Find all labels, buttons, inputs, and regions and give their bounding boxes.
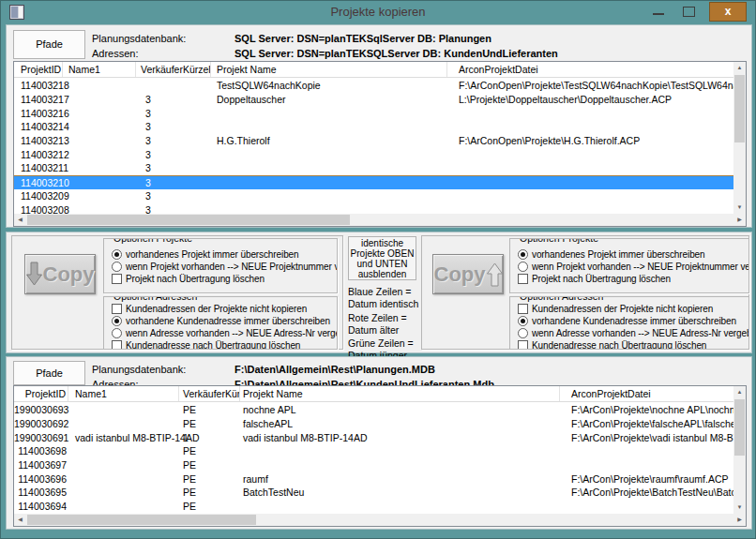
option-label: vorhandenes Projekt immer überschreiben xyxy=(126,249,299,260)
radio-checked-icon[interactable] xyxy=(112,316,122,326)
table-row[interactable]: 114003218TestSQLW64nachKopieF:\ArConOpen… xyxy=(14,79,733,93)
maximize-button[interactable] xyxy=(676,1,701,22)
option-label: Kundenadresse nach Übertragung löschen xyxy=(126,340,300,350)
radio-option[interactable]: vorhandenes Projekt immer überschreiben xyxy=(518,248,748,261)
scroll-left-icon[interactable]: ◀ xyxy=(14,514,26,526)
cell-projekt-name: falscheAPL xyxy=(240,418,560,429)
column-header-arcon-projekt-datei[interactable]: ArconProjektDatei xyxy=(447,62,733,77)
scroll-up-icon[interactable]: ▲ xyxy=(733,386,746,398)
column-header-verkaeufer-kuerzel[interactable]: VerkäuferKürzel xyxy=(136,62,211,77)
options-list: vorhandenes Projekt immer überschreibenw… xyxy=(104,239,337,285)
checkbox-option[interactable]: Kundenadresse nach Übertragung löschen xyxy=(112,339,337,350)
table-row[interactable]: 114003695PEBatchTestNeuF:\ArCon\Projekte… xyxy=(14,486,733,500)
scroll-right-icon[interactable]: ▶ xyxy=(733,514,746,526)
scrollbar-thumb[interactable] xyxy=(27,515,256,525)
cell-projekt-id: 114003694 xyxy=(14,501,68,512)
table-row[interactable]: 114003696PEraumfF:\ArCon\Projekte\raumf\… xyxy=(14,472,733,486)
radio-checked-icon[interactable] xyxy=(518,249,528,260)
column-header-projekt-name[interactable]: Projekt Name xyxy=(240,386,560,401)
radio-option[interactable]: vorhandene Kundenadresse immer überschre… xyxy=(518,315,748,327)
cell-verkaeufer-kuerzel: 3 xyxy=(136,135,211,146)
change-paths-bottom-button[interactable]: Pfade ändern... xyxy=(13,361,85,385)
vertical-scrollbar[interactable]: ▲ ▼ xyxy=(733,62,746,214)
option-label: vorhandene Kundenadresse immer überschre… xyxy=(532,316,736,326)
checkbox-option[interactable]: Kundenadressen der Projekte nicht kopier… xyxy=(518,303,748,315)
scroll-left-icon[interactable]: ◀ xyxy=(14,214,26,226)
table-row[interactable]: 1990030693PEnochne APLF:\ArCon\Projekte\… xyxy=(14,403,733,417)
window-title: Projekte kopieren xyxy=(1,1,755,23)
hide-identical-button[interactable]: identische Projekte OBEN und UNTEN ausbl… xyxy=(348,236,416,280)
column-header-projekt-name[interactable]: Projekt Name xyxy=(211,62,447,77)
cell-projekt-id: 1990030693 xyxy=(14,404,68,415)
checkbox-unchecked-icon[interactable] xyxy=(518,304,528,314)
projects-table-top: ProjektIDName1VerkäuferKürzelProjekt Nam… xyxy=(13,61,747,227)
close-button[interactable]: x xyxy=(709,2,747,22)
radio-option[interactable]: wenn Projekt vorhanden --> NEUE Projektn… xyxy=(518,261,748,273)
column-header-verkaeufer-kuerzel[interactable]: VerkäuferKürzel xyxy=(179,386,240,401)
change-paths-top-button[interactable]: Pfade ändern... xyxy=(13,30,85,59)
radio-unchecked-icon[interactable] xyxy=(112,262,122,272)
checkbox-option[interactable]: Kundenadresse nach Übertragung löschen xyxy=(518,339,748,350)
table-row[interactable]: 1140032093 xyxy=(14,189,733,203)
radio-unchecked-icon[interactable] xyxy=(518,262,528,272)
table-row[interactable]: 114003697PE xyxy=(14,458,733,472)
radio-option[interactable]: vorhandenes Projekt immer überschreiben xyxy=(112,248,337,261)
column-header-name1[interactable]: Name1 xyxy=(68,386,179,401)
radio-unchecked-icon[interactable] xyxy=(112,328,122,338)
horizontal-scrollbar[interactable]: ◀ ▶ xyxy=(14,514,746,526)
horizontal-scrollbar[interactable]: ◀ ▶ xyxy=(14,214,746,226)
table-row[interactable]: 1140032113 xyxy=(14,161,733,175)
scroll-up-icon[interactable]: ▲ xyxy=(733,62,746,74)
scroll-right-icon[interactable]: ▶ xyxy=(733,214,746,226)
radio-unchecked-icon[interactable] xyxy=(518,328,528,338)
copy-up-button[interactable]: Copy xyxy=(432,254,504,294)
radio-option[interactable]: wenn Adresse vorhanden --> NEUE Adress-N… xyxy=(518,327,748,339)
cell-verkaeufer-kuerzel: 3 xyxy=(136,149,211,160)
column-header-projekt-id[interactable]: ProjektID xyxy=(14,62,63,77)
table-row[interactable]: 1140032123 xyxy=(14,147,733,161)
minimize-button[interactable] xyxy=(646,1,671,22)
table-header: ProjektIDName1VerkäuferKürzelProjekt Nam… xyxy=(14,62,733,78)
checkbox-unchecked-icon[interactable] xyxy=(112,274,122,284)
checkbox-option[interactable]: Projekt nach Übertragung löschen xyxy=(518,273,748,285)
column-header-arcon-projekt-datei[interactable]: ArconProjektDatei xyxy=(560,386,733,401)
radio-option[interactable]: wenn Projekt vorhanden --> NEUE Projektn… xyxy=(112,261,337,273)
radio-option[interactable]: wenn Adresse vorhanden --> NEUE Adress-N… xyxy=(112,327,337,339)
table-row[interactable]: 1140032173DoppeltauscherL:\Projekte\Dopp… xyxy=(14,93,733,107)
options-projekte-left-group: Optionen Projekte vorhandenes Projekt im… xyxy=(103,238,338,293)
cell-projekt-id: 114003212 xyxy=(14,149,63,160)
table-row[interactable]: 1140032143 xyxy=(14,120,733,134)
option-label: wenn Adresse vorhanden --> NEUE Adress-N… xyxy=(532,328,749,338)
table-row[interactable]: 114003698PE xyxy=(14,444,733,458)
checkbox-unchecked-icon[interactable] xyxy=(112,340,122,350)
scrollbar-thumb[interactable] xyxy=(27,215,350,225)
scroll-down-icon[interactable]: ▼ xyxy=(733,202,746,214)
checkbox-unchecked-icon[interactable] xyxy=(518,340,528,350)
table-row[interactable]: 114003694PE xyxy=(14,500,733,514)
checkbox-option[interactable]: Kundenadressen der Projekte nicht kopier… xyxy=(112,303,337,315)
table-header: ProjektIDName1VerkäuferKürzelProjekt Nam… xyxy=(14,386,733,402)
column-header-name1[interactable]: Name1 xyxy=(63,62,136,77)
scrollbar-thumb[interactable] xyxy=(734,75,745,142)
scroll-down-icon[interactable]: ▼ xyxy=(733,502,746,514)
table-row[interactable]: 1140032163 xyxy=(14,106,733,120)
copy-down-button[interactable]: Copy xyxy=(24,254,96,294)
cell-verkaeufer-kuerzel: 3 xyxy=(136,108,211,119)
table-row[interactable]: 1990030691vadi istanbul M8-BTIP-14AD1vad… xyxy=(14,430,733,444)
vertical-scrollbar[interactable]: ▲ ▼ xyxy=(733,386,746,514)
radio-option[interactable]: vorhandene Kundenadresse immer überschre… xyxy=(112,315,337,327)
cell-arcon-projekt-datei: F:\ArCon\Projekte\BatchTestNeu\BatchTest xyxy=(560,487,733,498)
planungsdatenbank-value-bottom: F:\Daten\Allgemein\Rest\Planungen.MDB xyxy=(234,364,435,375)
column-header-projekt-id[interactable]: ProjektID xyxy=(14,386,68,401)
option-label: Kundenadressen der Projekte nicht kopier… xyxy=(126,304,307,314)
checkbox-option[interactable]: Projekt nach Übertragung löschen xyxy=(112,273,337,285)
radio-checked-icon[interactable] xyxy=(518,316,528,326)
radio-checked-icon[interactable] xyxy=(112,249,122,260)
table-row[interactable]: 1140032133H.G.ThierolfF:\ArConOpen\Proje… xyxy=(14,134,733,148)
table-row[interactable]: 1140032083 xyxy=(14,202,733,214)
table-row-selected[interactable]: 1140032103 xyxy=(14,175,733,189)
table-row[interactable]: 1990030692PEfalscheAPLF:\ArCon\Projekte\… xyxy=(14,417,733,431)
checkbox-unchecked-icon[interactable] xyxy=(112,304,122,314)
checkbox-unchecked-icon[interactable] xyxy=(518,274,528,284)
scrollbar-thumb[interactable] xyxy=(734,399,745,456)
